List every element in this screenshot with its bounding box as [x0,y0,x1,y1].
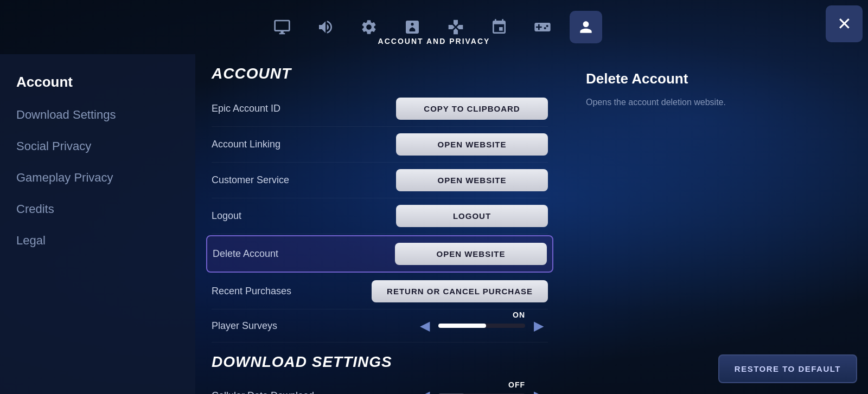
epic-account-id-control: COPY TO CLIPBOARD [396,98,548,120]
logout-control: LOGOUT [396,205,548,227]
account-linking-control: OPEN WEBSITE [396,133,548,156]
cellular-data-right-arrow[interactable]: ▶ [529,386,548,394]
main-content: Account Download Settings Social Privacy… [0,54,868,394]
top-navigation [0,0,868,54]
player-surveys-left-arrow[interactable]: ◀ [416,316,434,335]
logout-label: Logout [212,210,396,222]
download-settings-section-title: DOWNLOAD SETTINGS [212,353,548,371]
cellular-data-left-arrow[interactable]: ◀ [416,386,434,394]
player-surveys-control: ◀ ON ▶ [416,316,548,335]
account-section-title: ACCOUNT [212,65,548,82]
recent-purchases-button[interactable]: RETURN OR CANCEL PURCHASE [372,280,548,302]
audio-icon[interactable] [309,11,342,43]
player-surveys-value: ON [513,311,525,319]
recent-purchases-label: Recent Purchases [212,286,372,297]
account-linking-label: Account Linking [212,139,396,150]
cellular-data-label: Cellular Data Download [212,390,416,395]
delete-account-label: Delete Account [213,248,395,260]
delete-account-control: OPEN WEBSITE [395,243,547,265]
customer-service-label: Customer Service [212,175,396,186]
sidebar-item-download-settings[interactable]: Download Settings [0,99,195,131]
copy-to-clipboard-button[interactable]: COPY TO CLIPBOARD [396,98,548,120]
delete-account-button[interactable]: OPEN WEBSITE [395,243,547,265]
controller-icon[interactable] [526,11,559,43]
player-surveys-row: Player Surveys ◀ ON ▶ [212,309,548,343]
display-icon[interactable] [266,11,298,43]
settings-panel: ACCOUNT Epic Account ID COPY TO CLIPBOAR… [195,54,564,394]
info-panel: Delete Account Opens the account deletio… [564,54,868,394]
info-title: Delete Account [586,70,846,87]
player-surveys-fill [438,324,486,328]
cellular-data-control: ◀ OFF ▶ [416,386,548,394]
player-surveys-label: Player Surveys [212,320,416,332]
restore-default-button[interactable]: RESTORE TO DEFAULT [718,354,857,383]
epic-account-id-row: Epic Account ID COPY TO CLIPBOARD [212,91,548,127]
recent-purchases-control: RETURN OR CANCEL PURCHASE [372,280,548,302]
cellular-data-value: OFF [508,380,525,389]
accessibility-icon[interactable] [396,11,429,43]
delete-account-row: Delete Account OPEN WEBSITE [206,235,553,273]
sidebar-item-credits[interactable]: Credits [0,193,195,225]
customer-service-row: Customer Service OPEN WEBSITE [212,163,548,198]
sidebar-item-social-privacy[interactable]: Social Privacy [0,131,195,162]
sidebar-item-account[interactable]: Account [0,65,195,99]
info-description: Opens the account deletion website. [586,96,846,109]
account-linking-row: Account Linking OPEN WEBSITE [212,127,548,163]
settings-icon[interactable] [353,11,385,43]
sidebar-item-legal[interactable]: Legal [0,225,195,256]
gamepad-icon[interactable] [439,11,472,43]
logout-row: Logout LOGOUT [212,198,548,234]
account-nav-icon[interactable] [570,11,602,43]
cellular-data-row: Cellular Data Download ◀ OFF ▶ [212,379,548,394]
recent-purchases-row: Recent Purchases RETURN OR CANCEL PURCHA… [212,274,548,309]
customer-service-control: OPEN WEBSITE [396,169,548,191]
joystick-icon[interactable] [483,11,515,43]
account-linking-button[interactable]: OPEN WEBSITE [396,133,548,156]
sidebar: Account Download Settings Social Privacy… [0,54,195,394]
epic-account-id-label: Epic Account ID [212,103,396,114]
player-surveys-track: ON [438,324,525,328]
close-button[interactable]: ✕ [826,5,863,42]
player-surveys-right-arrow[interactable]: ▶ [529,316,548,335]
logout-button[interactable]: LOGOUT [396,205,548,227]
sidebar-item-gameplay-privacy[interactable]: Gameplay Privacy [0,162,195,193]
customer-service-button[interactable]: OPEN WEBSITE [396,169,548,191]
